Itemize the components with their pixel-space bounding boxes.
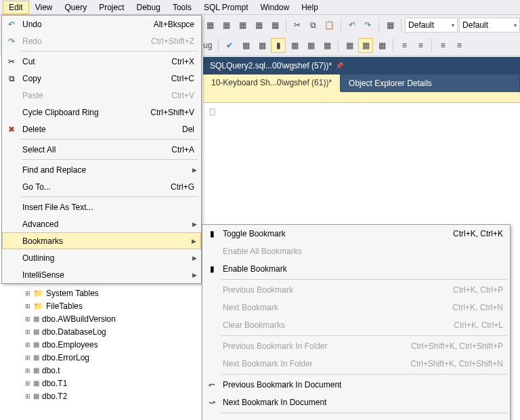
- toolbar-btn-generic[interactable]: ▦: [320, 38, 334, 53]
- submenu-arrow-icon: ▶: [192, 221, 197, 228]
- edit-menu-undo[interactable]: ↶UndoAlt+Bkspce: [2, 16, 201, 33]
- edit-menu-cycle-clipboard-ring[interactable]: Cycle Clipboard RingCtrl+Shift+V: [2, 104, 201, 121]
- bookmarks-next-bookmark-in-folder: Next Bookmark In FolderCtrl+Shift+K, Ctr…: [202, 355, 510, 373]
- redo-icon[interactable]: ↷: [360, 18, 375, 33]
- combo-default-1[interactable]: Default: [405, 18, 458, 33]
- expand-icon[interactable]: ⊞: [24, 303, 30, 310]
- expand-icon[interactable]: ⊞: [24, 290, 30, 297]
- menu-item-label: Next Bookmark: [223, 303, 278, 312]
- toolbar-btn-highlighted[interactable]: ▦: [358, 38, 373, 53]
- expand-icon[interactable]: ⊞: [24, 393, 30, 400]
- folder-icon: 📁: [33, 301, 43, 311]
- undo-icon[interactable]: ↶: [345, 18, 360, 33]
- toolbar-btn-generic[interactable]: ▦: [236, 18, 251, 33]
- bookmark-icon: ▮: [207, 264, 217, 274]
- tree-node-table[interactable]: ⊞▦dbo.t: [3, 364, 199, 377]
- toolbar-btn-generic[interactable]: ▦: [238, 38, 253, 53]
- toolbar-btn-generic[interactable]: ▦: [383, 18, 397, 33]
- menu-bar: Edit View Query Project Debug Tools SQL …: [0, 0, 520, 15]
- toolbar-btn-generic[interactable]: ▦: [303, 38, 318, 53]
- tree-node-system-tables[interactable]: ⊞ 📁 System Tables: [3, 287, 199, 299]
- menu-view[interactable]: View: [29, 1, 59, 14]
- expand-icon[interactable]: ⊞: [24, 367, 30, 374]
- indent-left-icon[interactable]: ≡: [397, 38, 412, 53]
- menu-edit[interactable]: Edit: [3, 1, 29, 14]
- tab-object-explorer-details[interactable]: Object Explorer Details: [341, 75, 520, 92]
- toolbar-btn-generic[interactable]: ▦: [255, 38, 269, 53]
- toolbar-btn-generic[interactable]: ▦: [203, 18, 218, 33]
- tree-node-filetables[interactable]: ⊞ 📁 FileTables: [3, 299, 199, 312]
- tree-node-table[interactable]: ⊞▦dbo.T1: [3, 377, 199, 390]
- toolbar-btn-generic[interactable]: ▦: [267, 18, 282, 33]
- tree-node-table[interactable]: ⊞▦dbo.ErrorLog: [3, 351, 199, 364]
- tab-active[interactable]: SQLQuery2.sql...00\wgshef (57))* 📌: [203, 57, 350, 75]
- edit-menu-advanced[interactable]: Advanced▶: [2, 215, 201, 232]
- toolbar-btn-generic[interactable]: ▦: [219, 18, 234, 33]
- edit-menu-delete[interactable]: ✖DeleteDel: [2, 121, 201, 138]
- edit-menu-copy[interactable]: ⧉CopyCtrl+C: [2, 70, 201, 87]
- menu-item-label: Select All: [22, 145, 56, 154]
- tree-node-table[interactable]: ⊞▦dbo.Employees: [3, 338, 199, 351]
- menu-debug[interactable]: Debug: [131, 1, 167, 14]
- expand-icon[interactable]: ⊞: [24, 329, 30, 335]
- bookmarks-previous-bookmark-in-folder: Previous Bookmark In FolderCtrl+Shift+K,…: [202, 337, 510, 355]
- menu-item-label: Cut: [22, 57, 35, 66]
- menu-item-label: Clear Bookmarks: [223, 320, 285, 330]
- uncomment-icon[interactable]: ≡: [452, 38, 467, 53]
- toolbar-btn-generic[interactable]: ▦: [251, 18, 266, 33]
- expand-icon[interactable]: ⊞: [24, 341, 30, 348]
- tree-node-table[interactable]: ⊞▦dbo.AWBuildVersion: [3, 312, 199, 325]
- menu-shortcut: Ctrl+V: [171, 91, 194, 100]
- menu-item-label: Copy: [22, 74, 41, 83]
- menu-window[interactable]: Window: [255, 1, 296, 14]
- edit-menu-select-all[interactable]: Select AllCtrl+A: [2, 141, 201, 158]
- editor-body[interactable]: ⎕: [203, 103, 520, 121]
- edit-menu-intellisense[interactable]: IntelliSense▶: [2, 266, 201, 283]
- comment-icon[interactable]: ≡: [435, 38, 450, 53]
- menu-separator: [21, 139, 198, 140]
- menu-tools[interactable]: Tools: [167, 1, 198, 14]
- menu-item-label: Paste: [22, 91, 43, 100]
- expand-icon[interactable]: ⊞: [24, 316, 30, 322]
- check-icon[interactable]: ✔: [222, 38, 237, 53]
- edit-menu-cut[interactable]: ✂CutCtrl+X: [2, 53, 201, 70]
- expand-icon[interactable]: ⊞: [24, 380, 30, 387]
- bookmarks-next-bookmark-in-document[interactable]: ⤻Next Bookmark In Document: [202, 394, 510, 411]
- menu-item-label: Next Bookmark In Document: [223, 398, 326, 407]
- prevdoc-icon: ⤺: [207, 380, 217, 390]
- toolbar-btn-highlighted[interactable]: ▮: [271, 38, 286, 53]
- copy-icon[interactable]: ⧉: [306, 18, 321, 33]
- toolbar-btn-generic[interactable]: ▦: [342, 38, 357, 53]
- combo-default-2[interactable]: Default: [459, 18, 520, 33]
- indent-right-icon[interactable]: ≡: [413, 38, 428, 53]
- expand-icon[interactable]: ⊞: [24, 354, 30, 361]
- tab-secondary[interactable]: 10-Keyboard Sh...0\wgshef (61))*: [203, 75, 341, 92]
- menu-query[interactable]: Query: [58, 1, 93, 14]
- bookmarks-enable-all-bookmarks: Enable All Bookmarks: [202, 243, 510, 260]
- cut-icon: ✂: [6, 57, 17, 66]
- bookmarks-previous-bookmark-in-document[interactable]: ⤺Previous Bookmark In Document: [202, 376, 510, 394]
- edit-menu-go-to[interactable]: Go To...Ctrl+G: [2, 178, 201, 195]
- bookmarks-enable-bookmark[interactable]: ▮Enable Bookmark: [202, 260, 510, 278]
- toolbar-btn-generic[interactable]: ▦: [374, 38, 389, 53]
- bookmarks-toggle-bookmark[interactable]: ▮Toggle BookmarkCtrl+K, Ctrl+K: [202, 225, 510, 243]
- edit-menu-find-and-replace[interactable]: Find and Replace▶: [2, 161, 201, 178]
- menu-item-label: Outlining: [22, 253, 54, 263]
- tree-node-table[interactable]: ⊞▦dbo.DatabaseLog: [3, 325, 199, 338]
- edit-menu-insert-file-as-text[interactable]: Insert File As Text...: [2, 198, 201, 215]
- toolbar-btn-generic[interactable]: ▦: [287, 38, 302, 53]
- bookmarks-clear-bookmarks: Clear BookmarksCtrl+K, Ctrl+L: [202, 316, 510, 334]
- bookmarks-add-task-list-shortcut: Add Task List ShortcutCtrl+K, Ctrl+H: [202, 415, 510, 420]
- menu-project[interactable]: Project: [93, 1, 130, 14]
- cut-icon[interactable]: ✂: [290, 18, 305, 33]
- menu-help[interactable]: Help: [295, 1, 324, 14]
- menu-sqlprompt[interactable]: SQL Prompt: [198, 1, 255, 14]
- table-icon: ▦: [33, 366, 39, 374]
- pin-icon[interactable]: 📌: [336, 62, 343, 69]
- edit-menu-outlining[interactable]: Outlining▶: [2, 249, 201, 266]
- tree-node-table[interactable]: ⊞▦dbo.T2: [3, 390, 199, 402]
- menu-shortcut: Ctrl+Shift+K, Ctrl+Shift+P: [411, 341, 503, 351]
- edit-menu-bookmarks[interactable]: Bookmarks▶: [2, 232, 201, 249]
- paste-icon[interactable]: 📋: [322, 18, 337, 33]
- table-icon: ▦: [33, 315, 39, 322]
